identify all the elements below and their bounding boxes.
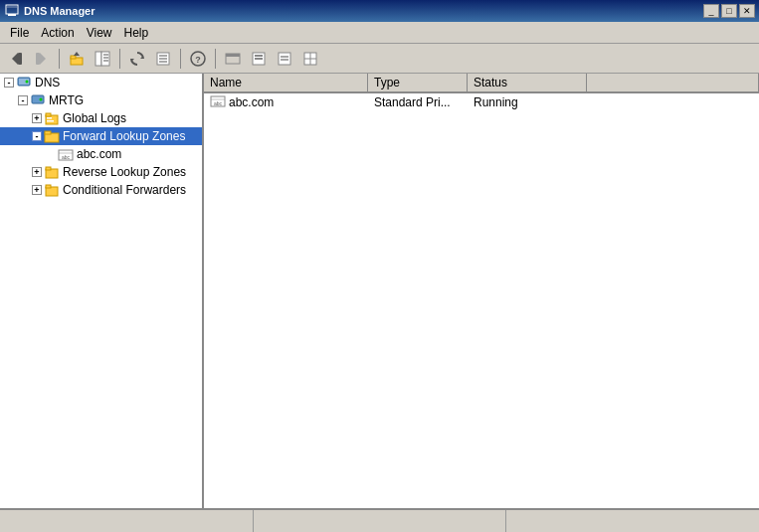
title-bar: DNS Manager _ □ ✕ <box>0 0 759 22</box>
forward-lookup-label: Forward Lookup Zones <box>63 129 185 143</box>
svg-rect-51 <box>46 185 51 188</box>
mrtg-server-icon <box>30 92 46 108</box>
svg-point-38 <box>40 98 43 101</box>
svg-marker-9 <box>74 52 80 56</box>
expand-abc-spacer <box>46 149 56 159</box>
expand-forward-lookup-icon[interactable]: - <box>32 131 42 141</box>
col-header-name[interactable]: Name <box>204 74 368 92</box>
svg-rect-6 <box>36 53 40 65</box>
refresh-button[interactable] <box>125 47 149 71</box>
abc-com-icon: abc <box>58 146 74 162</box>
expand-dns-icon[interactable]: - <box>4 78 14 88</box>
svg-marker-3 <box>12 53 18 65</box>
toolbar: ? <box>0 44 759 74</box>
right-panel: Name Type Status abc abc.com S <box>204 74 759 508</box>
tree-node-global-logs[interactable]: + Global Logs <box>0 109 202 127</box>
window-controls: _ □ ✕ <box>703 4 755 18</box>
svg-rect-27 <box>255 58 263 60</box>
status-section-1 <box>0 510 254 532</box>
cmdline-button[interactable] <box>221 47 245 71</box>
maximize-button[interactable]: □ <box>721 4 737 18</box>
svg-rect-11 <box>101 52 109 66</box>
col-header-rest <box>587 74 759 92</box>
expand-reverse-lookup-icon[interactable]: + <box>32 167 42 177</box>
tree-node-reverse-lookup[interactable]: + Reverse Lookup Zones <box>0 163 202 181</box>
expand-global-logs-icon[interactable]: + <box>32 113 42 123</box>
svg-rect-49 <box>46 167 51 170</box>
tree-node-mrtg[interactable]: - MRTG <box>0 91 202 109</box>
separator-2 <box>119 49 120 69</box>
conditional-forwarders-icon <box>44 182 60 198</box>
menu-file[interactable]: File <box>4 22 35 43</box>
expand-mrtg-icon[interactable]: - <box>18 95 28 105</box>
svg-text:abc: abc <box>62 154 71 160</box>
reverse-lookup-label: Reverse Lookup Zones <box>63 165 186 179</box>
list-row[interactable]: abc abc.com Standard Pri... Running <box>204 93 759 111</box>
dns-label: DNS <box>35 76 60 89</box>
tree-panel: - DNS - MRTG + <box>0 74 204 508</box>
export-button[interactable] <box>151 47 175 71</box>
expand-conditional-icon[interactable]: + <box>32 185 42 195</box>
svg-rect-1 <box>8 14 16 16</box>
menu-view[interactable]: View <box>81 22 118 43</box>
list-cell-name: abc abc.com <box>204 93 368 112</box>
forward-button[interactable] <box>30 47 54 71</box>
properties2-button[interactable] <box>273 47 296 71</box>
global-logs-icon <box>44 110 60 126</box>
status-bar <box>0 508 759 532</box>
menu-bar: File Action View Help <box>0 22 759 44</box>
status-section-3 <box>506 510 759 532</box>
svg-rect-41 <box>47 117 52 119</box>
svg-rect-26 <box>255 55 263 57</box>
console-tree-button[interactable] <box>91 47 114 71</box>
help-button[interactable]: ? <box>186 47 210 71</box>
separator-4 <box>215 49 216 69</box>
list-header: Name Type Status <box>204 74 759 93</box>
menu-help[interactable]: Help <box>118 22 155 43</box>
svg-rect-4 <box>18 53 22 65</box>
tree-node-conditional-forwarders[interactable]: + Conditional Forwarders <box>0 181 202 199</box>
svg-rect-10 <box>95 52 101 66</box>
svg-marker-5 <box>40 53 46 65</box>
list-body: abc abc.com Standard Pri... Running <box>204 93 759 508</box>
tree-node-dns[interactable]: - DNS <box>0 74 202 91</box>
col-header-status[interactable]: Status <box>468 74 587 92</box>
list-row-icon: abc <box>210 93 226 112</box>
dns-server-icon <box>16 75 32 90</box>
tree-node-abc-com[interactable]: abc abc.com <box>0 145 202 163</box>
app-icon <box>4 3 20 19</box>
col-header-type[interactable]: Type <box>368 74 468 92</box>
separator-3 <box>180 49 181 69</box>
svg-point-36 <box>26 81 29 84</box>
up-button[interactable] <box>65 47 89 71</box>
svg-rect-0 <box>6 5 18 14</box>
separator-1 <box>59 49 60 69</box>
minimize-button[interactable]: _ <box>703 4 719 18</box>
svg-text:?: ? <box>195 55 201 65</box>
svg-rect-42 <box>47 120 54 122</box>
main-area: - DNS - MRTG + <box>0 74 759 508</box>
svg-text:abc: abc <box>214 100 223 106</box>
reverse-lookup-icon <box>44 164 60 180</box>
properties1-button[interactable] <box>247 47 271 71</box>
mrtg-label: MRTG <box>49 93 84 107</box>
window-title: DNS Manager <box>24 5 95 17</box>
global-logs-label: Global Logs <box>63 111 126 125</box>
svg-rect-44 <box>45 131 51 134</box>
abc-com-label: abc.com <box>77 147 121 161</box>
svg-rect-40 <box>46 113 51 116</box>
svg-rect-24 <box>226 54 240 57</box>
list-cell-status: Running <box>468 95 587 109</box>
status-section-2 <box>254 510 507 532</box>
properties3-button[interactable] <box>298 47 322 71</box>
tree-node-forward-lookup[interactable]: - Forward Lookup Zones <box>0 127 202 145</box>
conditional-forwarders-label: Conditional Forwarders <box>63 183 186 197</box>
close-button[interactable]: ✕ <box>739 4 755 18</box>
list-cell-type: Standard Pri... <box>368 95 468 109</box>
svg-rect-28 <box>279 53 290 65</box>
menu-action[interactable]: Action <box>35 22 80 43</box>
forward-lookup-icon <box>44 128 60 144</box>
back-button[interactable] <box>4 47 28 71</box>
svg-rect-8 <box>71 56 76 59</box>
